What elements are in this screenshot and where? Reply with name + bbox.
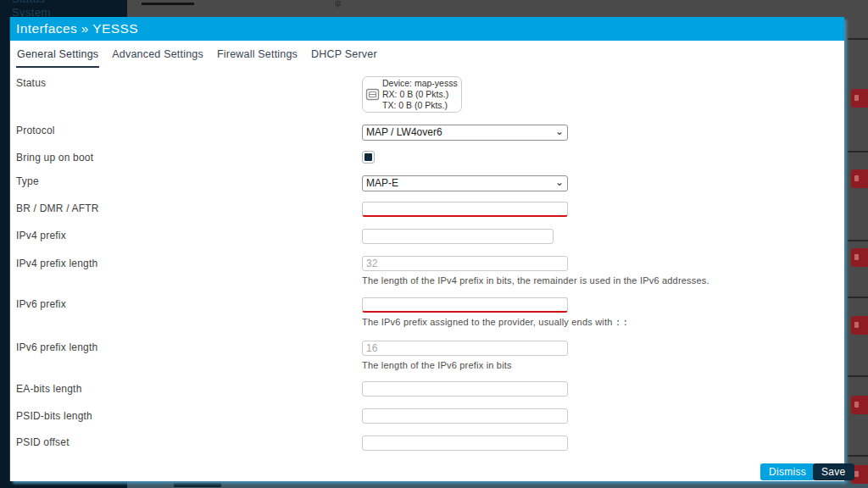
background-delete-button-stub	[851, 89, 868, 108]
device-status-text: Device: map-yesss RX: 0 B (0 Pkts.) TX: …	[382, 78, 458, 111]
tab-advanced-settings[interactable]: Advanced Settings	[111, 48, 204, 68]
type-label: Type	[16, 175, 39, 187]
bring-up-on-boot-checkbox[interactable]	[362, 151, 375, 164]
device-status-box: Device: map-yesss RX: 0 B (0 Pkts.) TX: …	[362, 76, 462, 113]
dismiss-button[interactable]: Dismiss	[760, 463, 815, 480]
ipv4-prefix-label: IPv4 prefix	[16, 230, 66, 241]
ipv4-prefix-length-description: The length of the IPv4 prefix in bits, t…	[362, 275, 709, 286]
background-delete-button-stub	[851, 169, 868, 188]
dialog-header: Interfaces » YESSS	[10, 17, 844, 41]
ipv4-prefix-input[interactable]	[362, 229, 554, 244]
background-row-divider	[848, 455, 868, 457]
sidebar-item-status: Status	[12, 0, 45, 5]
ea-bits-length-label: EA-bits length	[16, 383, 82, 395]
type-select[interactable]: MAP-E	[362, 175, 568, 191]
ipv6-prefix-length-description: The length of the IPv6 prefix in bits	[362, 360, 512, 370]
status-label: Status	[16, 77, 46, 89]
ipv6-prefix-input[interactable]	[362, 297, 568, 313]
rx-line: RX: 0 B (0 Pkts.)	[382, 89, 458, 100]
background-row-divider	[848, 240, 868, 241]
background-row-divider	[848, 375, 868, 377]
background-page-bottom	[127, 481, 868, 488]
background-logo-antenna-icon: ψ	[335, 0, 341, 8]
tx-line: TX: 0 B (0 Pkts.)	[382, 100, 458, 111]
ipv6-prefix-length-label: IPv6 prefix length	[16, 341, 97, 353]
type-select-wrap: MAP-E ⌄	[362, 175, 568, 191]
background-row-divider	[848, 297, 868, 298]
ipv4-prefix-length-label: IPv4 prefix length	[16, 258, 97, 269]
ipv6-prefix-description-code: ::	[615, 318, 630, 328]
background-row-divider	[848, 38, 868, 40]
psid-bits-length-input[interactable]	[362, 408, 568, 424]
protocol-label: Protocol	[16, 125, 55, 136]
tab-firewall-settings[interactable]: Firewall Settings	[216, 48, 298, 68]
background-text-artifact	[174, 483, 221, 487]
background-header-artifact	[142, 3, 194, 5]
dialog-tabs: General Settings Advanced Settings Firew…	[16, 48, 378, 68]
ipv6-prefix-label: IPv6 prefix	[16, 298, 66, 310]
background-delete-button-stub	[851, 396, 868, 414]
background-delete-button-stub	[851, 316, 868, 335]
br-dmr-aftr-label: BR / DMR / AFTR	[16, 202, 99, 214]
tab-general-settings[interactable]: General Settings	[16, 48, 99, 68]
bring-up-on-boot-label: Bring up on boot	[16, 152, 93, 164]
save-button[interactable]: Save	[813, 463, 854, 480]
background-delete-button-stub	[851, 248, 868, 267]
device-name-line: Device: map-yesss	[382, 78, 458, 89]
br-dmr-aftr-input[interactable]	[362, 202, 568, 217]
ea-bits-length-input[interactable]	[362, 381, 568, 396]
protocol-select-wrap: MAP / LW4over6 ⌄	[362, 124, 568, 140]
tunnel-device-icon	[365, 88, 380, 101]
psid-offset-input[interactable]	[362, 435, 568, 451]
interface-edit-dialog: Interfaces » YESSS General Settings Adva…	[10, 17, 844, 481]
ipv6-prefix-length-input[interactable]	[362, 341, 568, 356]
ipv4-prefix-length-input[interactable]	[362, 256, 568, 271]
dialog-title: Interfaces » YESSS	[16, 21, 138, 36]
ipv6-prefix-description: The IPv6 prefix assigned to the provider…	[362, 317, 630, 328]
background-row-divider	[848, 151, 868, 152]
ipv6-prefix-description-text: The IPv6 prefix assigned to the provider…	[362, 317, 615, 327]
protocol-select[interactable]: MAP / LW4over6	[362, 125, 568, 141]
tab-dhcp-server[interactable]: DHCP Server	[310, 48, 378, 68]
psid-bits-length-label: PSID-bits length	[16, 410, 92, 422]
psid-offset-label: PSID offset	[16, 436, 70, 448]
